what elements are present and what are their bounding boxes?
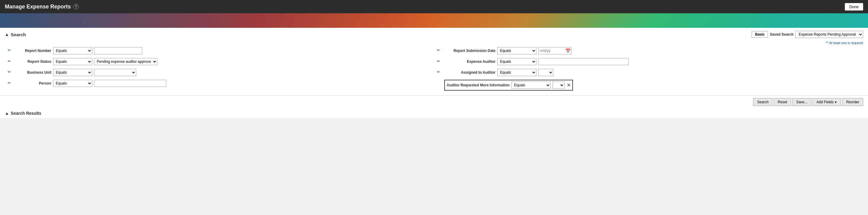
search-controls-right: Basic Saved Search Expense Reports Pendi…: [752, 31, 863, 38]
submission-date-label: Report Submission Date: [444, 49, 495, 53]
expense-auditor-input[interactable]: [538, 58, 629, 65]
action-buttons-bar: Search Reset Save... Add Fields ▼ Reorde…: [0, 96, 868, 108]
report-status-label: Report Status: [15, 59, 51, 64]
auditor-requested-highlighted: Auditor Requested More Information Equal…: [444, 80, 573, 90]
report-status-value-select[interactable]: Pending expense auditor approval Approve…: [94, 58, 157, 65]
expense-auditor-stars: **: [437, 60, 442, 63]
header-title-area: Manage Expense Reports ?: [5, 4, 79, 10]
results-section-title: Search Results: [11, 111, 41, 116]
business-unit-value-select[interactable]: [94, 69, 136, 76]
auditor-requested-operator-select[interactable]: Equals Not Equals: [512, 82, 551, 89]
report-number-label: Report Number: [15, 49, 51, 53]
reorder-button[interactable]: Reorder: [842, 98, 863, 106]
basic-button[interactable]: Basic: [752, 31, 768, 38]
results-collapse-arrow[interactable]: ▲: [5, 111, 9, 116]
person-row: ** Person Equals Not Equals Contains: [8, 80, 431, 87]
business-unit-operator-select[interactable]: Equals Not Equals: [53, 69, 92, 76]
report-number-input[interactable]: [94, 47, 142, 54]
search-section: ▲ Search Basic Saved Search Expense Repo…: [0, 28, 868, 96]
main-content: ▲ Search Basic Saved Search Expense Repo…: [0, 28, 868, 118]
reset-button[interactable]: Reset: [774, 98, 791, 106]
search-button[interactable]: Search: [753, 98, 772, 106]
expense-auditor-row: ** Expense Auditor Equals Not Equals: [437, 58, 860, 65]
person-operator-select[interactable]: Equals Not Equals Contains: [53, 80, 92, 87]
search-header: ▲ Search Basic Saved Search Expense Repo…: [5, 31, 863, 38]
save-button[interactable]: Save...: [792, 98, 811, 106]
submission-date-stars: **: [437, 49, 442, 53]
add-fields-label: Add Fields: [816, 100, 834, 104]
assigned-auditor-operator-select[interactable]: Equals Not Equals: [497, 69, 536, 76]
search-collapse-arrow[interactable]: ▲: [5, 32, 9, 37]
person-stars: **: [8, 82, 13, 85]
search-section-title: Search: [11, 32, 26, 37]
report-status-stars: **: [8, 60, 13, 63]
saved-search-select[interactable]: Expense Reports Pending Approval All Exp…: [795, 31, 863, 38]
help-icon[interactable]: ?: [73, 4, 79, 9]
search-results-section: ▲ Search Results: [0, 108, 868, 118]
date-field-wrap: 📅: [538, 47, 571, 54]
assigned-to-auditor-row: ** Assigned to Auditor Equals Not Equals: [437, 69, 860, 76]
app-header: Manage Expense Reports ? Done: [0, 0, 868, 13]
left-form-col: ** Report Number Equals Not Equals Conta…: [5, 47, 434, 92]
form-section: ** Report Number Equals Not Equals Conta…: [5, 47, 863, 93]
assigned-auditor-stars: **: [437, 71, 442, 74]
person-label: Person: [15, 81, 51, 85]
business-unit-stars: **: [8, 71, 13, 74]
required-note: ** At least one is required: [5, 41, 863, 45]
person-input[interactable]: [94, 80, 166, 87]
expense-auditor-operator-select[interactable]: Equals Not Equals: [497, 58, 536, 65]
submission-date-operator-select[interactable]: Equals Not Equals: [497, 47, 536, 54]
saved-search-label: Saved Search: [770, 32, 794, 36]
right-form-col: ** Report Submission Date Equals Not Equ…: [434, 47, 863, 92]
add-fields-dropdown-arrow: ▼: [834, 101, 837, 104]
business-unit-row: ** Business Unit Equals Not Equals: [8, 69, 431, 76]
search-title-area: ▲ Search: [5, 32, 26, 37]
results-header: ▲ Search Results: [5, 111, 863, 116]
page-title: Manage Expense Reports: [5, 4, 71, 10]
report-number-row: ** Report Number Equals Not Equals Conta…: [8, 47, 431, 54]
auditor-requested-row: Auditor Requested More Information Equal…: [437, 80, 860, 90]
auditor-requested-value-select[interactable]: [553, 82, 564, 89]
business-unit-label: Business Unit: [15, 70, 51, 75]
expense-auditor-label: Expense Auditor: [444, 59, 495, 64]
banner-image: [0, 13, 868, 28]
done-button[interactable]: Done: [845, 3, 863, 10]
assigned-auditor-value-select[interactable]: [538, 69, 553, 76]
remove-auditor-requested-button[interactable]: ✕: [567, 83, 570, 87]
report-number-operator-select[interactable]: Equals Not Equals Contains: [53, 47, 92, 54]
report-submission-date-row: ** Report Submission Date Equals Not Equ…: [437, 47, 860, 54]
assigned-to-auditor-label: Assigned to Auditor: [444, 70, 495, 75]
auditor-requested-label: Auditor Requested More Information: [447, 83, 510, 87]
calendar-icon[interactable]: 📅: [565, 48, 570, 53]
add-fields-button[interactable]: Add Fields ▼: [812, 98, 841, 106]
report-status-operator-select[interactable]: Equals Not Equals: [53, 58, 92, 65]
report-status-row: ** Report Status Equals Not Equals Pendi…: [8, 58, 431, 65]
report-number-stars: **: [8, 49, 13, 53]
